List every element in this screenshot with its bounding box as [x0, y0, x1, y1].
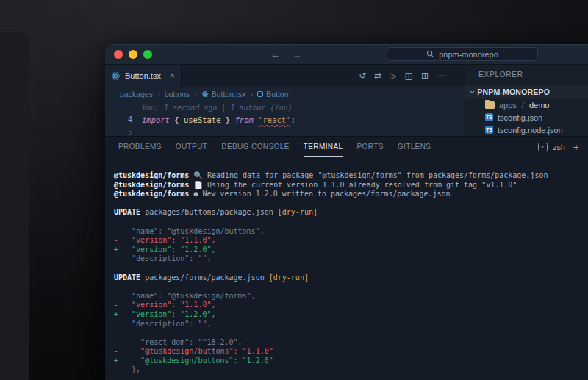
typescript-icon: TS: [485, 126, 493, 134]
terminal-segment: "name": "@tuskdesign/buttons",: [114, 227, 265, 235]
folder-path-segment: apps: [499, 101, 517, 110]
panel-tab-output[interactable]: OUTPUT: [176, 137, 208, 157]
code-token: {: [174, 115, 184, 124]
editor-code-area[interactable]: You, 1 second ago | 1 author (You) 4 imp…: [105, 101, 465, 136]
terminal-line: UPDATE packages/buttons/package.json [dr…: [114, 208, 588, 218]
terminal-segment: + "version": "1.2.0",: [114, 245, 215, 254]
line-number: 4: [105, 115, 142, 123]
close-button[interactable]: [114, 50, 123, 59]
more-actions-icon[interactable]: ⋯: [437, 71, 445, 81]
file-label: tsconfig.node.json: [498, 126, 563, 135]
breadcrumb-item-buttons[interactable]: buttons: [165, 90, 190, 98]
new-terminal-button[interactable]: +: [573, 141, 579, 153]
minimize-button[interactable]: [129, 50, 137, 59]
terminal-line: + "version": "1.2.0",: [114, 245, 588, 255]
code-token: useState: [184, 115, 221, 124]
explorer-item-tsconfig-json[interactable]: TS tsconfig.json: [465, 111, 588, 123]
code-line-content: import { useState } from 'react';: [142, 115, 295, 124]
terminal-output[interactable]: @tuskdesign/forms 🔍 Reading data for pac…: [105, 157, 588, 380]
code-token: }: [221, 115, 231, 124]
terminal-actions: > zsh +: [538, 137, 579, 157]
terminal-line: @tuskdesign/forms ● New version 1.2.0 wr…: [114, 190, 588, 199]
terminal-line: - "version": "1.1.0",: [114, 236, 588, 245]
open-changes-icon[interactable]: ⇄: [374, 71, 381, 81]
terminal-line: },: [114, 365, 588, 375]
terminal-segment: @tuskdesign/forms: [114, 190, 189, 198]
breadcrumb-label: buttons: [165, 90, 190, 98]
terminal-line: @tuskdesign/forms 🔍 Reading data for pac…: [114, 171, 588, 181]
breadcrumb-label: packages: [120, 90, 153, 98]
explorer-sidebar: EXPLORER › PNPM-MONOREPO apps/demo TS ts…: [465, 65, 588, 136]
terminal-line: "name": "@tuskdesign/forms",: [114, 292, 588, 301]
terminal-segment: },: [114, 365, 140, 373]
terminal-segment: - "version": "1.1.0",: [114, 236, 215, 244]
terminal-segment: "description": "",: [114, 254, 211, 262]
breadcrumb: packages › buttons › Button.tsx ›: [105, 87, 465, 101]
react-icon: [111, 71, 121, 81]
panel-tab-gitlens[interactable]: GITLENS: [398, 137, 431, 157]
terminal-segment: @tuskdesign/forms: [114, 171, 189, 179]
terminal-shell-label[interactable]: zsh: [553, 143, 564, 151]
code-token: import: [142, 115, 174, 124]
layout-icon[interactable]: ⊞: [421, 71, 429, 81]
panel-tab-ports[interactable]: PORTS: [357, 137, 384, 157]
timeline-icon[interactable]: ↺: [359, 71, 366, 81]
tab-label: Button.tsx: [125, 71, 165, 80]
terminal-segment: 📄 Using the current version 1.1.0 alread…: [189, 181, 517, 189]
terminal-line: [114, 218, 588, 227]
panel-header: PROBLEMSOUTPUTDEBUG CONSOLETERMINALPORTS…: [105, 137, 588, 157]
editor-group: Button.tsx × ↺⇄▷◫⊞⋯ packages › buttons ›: [105, 65, 465, 136]
breadcrumb-label: Button.tsx: [212, 90, 246, 98]
code-token: from: [234, 115, 253, 124]
panel-tab-debug-console[interactable]: DEBUG CONSOLE: [221, 137, 289, 157]
nav-forward-button[interactable]: →: [292, 49, 301, 60]
panel-tab-terminal[interactable]: TERMINAL: [304, 137, 343, 157]
chevron-down-icon: ›: [467, 90, 478, 93]
code-token: 'react': [258, 115, 290, 124]
search-text: pnpm-monorepo: [439, 50, 498, 59]
terminal-line: "react-dom": "^18.2.0",: [114, 338, 588, 348]
terminal-segment: + "@tuskdesign/buttons": "1.2.0": [114, 356, 273, 365]
panel-tab-problems[interactable]: PROBLEMS: [118, 137, 162, 157]
terminal-segment: "name": "@tuskdesign/forms",: [114, 292, 256, 300]
breadcrumb-separator: ›: [250, 90, 253, 98]
tab-button-tsx[interactable]: Button.tsx ×: [105, 65, 182, 87]
background-window: [0, 31, 29, 380]
symbol-component-icon: [257, 91, 263, 97]
terminal-segment: [dry-run]: [278, 208, 318, 216]
line-number: 5: [105, 128, 142, 136]
terminal-segment: 🔍 Reading data for package "@tuskdesign/…: [189, 171, 548, 179]
explorer-header: EXPLORER: [465, 65, 588, 85]
terminal-segment: packages/forms/package.json: [140, 273, 269, 282]
blame-annotation: You, 1 second ago | 1 author (You): [142, 104, 293, 112]
explorer-item-tsconfig-node-json[interactable]: TS tsconfig.node.json: [465, 123, 588, 136]
nav-back-button[interactable]: ←: [270, 49, 280, 60]
terminal-line: "description": "",: [114, 320, 588, 329]
terminal-segment: "description": "",: [114, 320, 211, 328]
breadcrumb-item-packages[interactable]: packages: [120, 90, 153, 98]
terminal-line: + "@tuskdesign/buttons": "1.2.0": [114, 356, 588, 366]
folder-path-segment: demo: [529, 101, 550, 110]
terminal-segment: UPDATE: [114, 208, 140, 216]
bottom-panel: PROBLEMSOUTPUTDEBUG CONSOLETERMINALPORTS…: [105, 136, 588, 380]
terminal-line: "description": "",: [114, 254, 588, 264]
breadcrumb-separator: ›: [194, 90, 197, 98]
file-label: tsconfig.json: [498, 113, 542, 122]
breadcrumb-item-button[interactable]: Button: [257, 90, 288, 98]
terminal-line: [114, 282, 588, 292]
terminal-segment: UPDATE: [114, 273, 140, 282]
zoom-button[interactable]: [143, 50, 152, 59]
vscode-window: ← → pnpm-monorepo Button.ts: [105, 44, 588, 380]
code-line: 5: [105, 126, 465, 136]
breadcrumb-item-button-tsx[interactable]: Button.tsx: [201, 90, 246, 98]
tab-close-icon[interactable]: ×: [170, 71, 175, 81]
run-icon[interactable]: ▷: [390, 71, 396, 81]
split-editor-icon[interactable]: ◫: [405, 71, 413, 81]
terminal-icon: >: [538, 143, 548, 151]
explorer-root-folder[interactable]: › PNPM-MONOREPO: [465, 85, 588, 99]
terminal-line: - "version": "1.1.0",: [114, 301, 588, 310]
command-center-search[interactable]: pnpm-monorepo: [387, 47, 538, 61]
terminal-segment: - "@tuskdesign/buttons": "1.1.0": [114, 347, 273, 355]
explorer-item-apps-demo[interactable]: apps/demo: [465, 99, 588, 112]
terminal-segment: - "version": "1.1.0",: [114, 301, 215, 309]
